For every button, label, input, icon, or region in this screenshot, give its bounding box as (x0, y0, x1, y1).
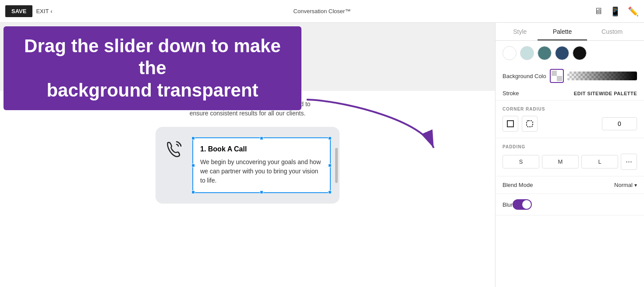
swatch-darkblue[interactable] (555, 46, 569, 60)
swatch-teal[interactable] (538, 46, 552, 60)
bg-color-row: Background Colo (495, 65, 644, 86)
swatch-lightblue[interactable] (520, 46, 534, 60)
card-body: We begin by uncovering your goals and ho… (200, 158, 323, 185)
save-button[interactable]: SAVE (5, 5, 32, 17)
tab-style[interactable]: Style (502, 23, 538, 40)
padding-more-button[interactable]: ··· (621, 154, 637, 170)
panel-tabs: Style Palette Custom (495, 23, 644, 41)
page-content: Our process is a proven approach designe… (0, 91, 495, 287)
color-swatches-row (495, 41, 644, 65)
bg-color-label: Background Colo (502, 73, 546, 79)
padding-label: PADDING (502, 144, 637, 149)
handle-tl[interactable] (191, 136, 195, 140)
tab-palette[interactable]: Palette (538, 23, 587, 40)
blur-toggle[interactable] (513, 199, 532, 210)
scrollbar[interactable] (335, 148, 338, 183)
svg-rect-5 (507, 121, 513, 127)
blend-mode-label: Blend Mode (502, 182, 533, 188)
handle-tc[interactable] (260, 136, 263, 140)
corner-round-btn[interactable] (522, 116, 538, 132)
padding-row: S M L ··· (502, 154, 637, 170)
blend-mode-value[interactable]: Normal ▾ (614, 182, 637, 188)
instruction-box: Drag the slider down to make the backgro… (4, 26, 301, 110)
svg-rect-1 (552, 71, 557, 76)
swatch-white[interactable] (502, 46, 517, 60)
handle-tr[interactable] (328, 136, 332, 140)
blur-label: Blur (502, 201, 513, 208)
swatch-black[interactable] (573, 46, 587, 60)
phone-icon (164, 137, 184, 162)
padding-s-button[interactable]: S (502, 155, 539, 169)
card-content-box[interactable]: 1. Book A Call We begin by uncovering yo… (192, 137, 331, 193)
handle-bc[interactable] (260, 190, 263, 194)
topbar: SAVE EXIT ‹ Conversation Closer™ 🖥 📱 ✏️ (0, 0, 644, 23)
page-title: Conversation Closer™ (294, 8, 351, 14)
padding-section: PADDING S M L ··· (495, 138, 644, 176)
stroke-row: Stroke EDIT SITEWIDE PALETTE (495, 86, 644, 100)
canvas-area: Drag the slider down to make the backgro… (0, 23, 495, 287)
svg-rect-6 (527, 121, 533, 127)
blur-row: Blur (495, 194, 644, 215)
card-title: 1. Book A Call (200, 145, 323, 153)
main-layout: Drag the slider down to make the backgro… (0, 23, 644, 287)
corner-radius-label: CORNER RADIUS (502, 107, 637, 111)
desktop-icon[interactable]: 🖥 (594, 6, 603, 16)
edit-icon[interactable]: ✏️ (628, 6, 639, 17)
blend-mode-row: Blend Mode Normal ▾ (495, 176, 644, 194)
padding-l-button[interactable]: L (581, 155, 618, 169)
svg-rect-4 (557, 76, 562, 81)
topbar-icons: 🖥 📱 ✏️ (594, 6, 639, 17)
corner-radius-section: CORNER RADIUS (495, 100, 644, 138)
chevron-down-icon: ▾ (634, 182, 637, 188)
toggle-thumb (522, 200, 531, 209)
corner-square-btn[interactable] (502, 116, 518, 132)
edit-sitewide-button[interactable]: EDIT SITEWIDE PALETTE (574, 91, 637, 96)
opacity-slider[interactable] (567, 72, 637, 80)
stroke-label: Stroke (502, 90, 519, 97)
instruction-text: Drag the slider down to make the backgro… (18, 35, 287, 101)
svg-rect-3 (552, 76, 557, 81)
tab-custom[interactable]: Custom (587, 23, 637, 40)
svg-rect-2 (557, 71, 562, 76)
color-picker-thumb[interactable] (550, 69, 564, 83)
handle-bl[interactable] (191, 190, 195, 194)
exit-button[interactable]: EXIT ‹ (36, 8, 52, 14)
padding-m-button[interactable]: M (542, 155, 579, 169)
handle-ml[interactable] (191, 164, 195, 167)
right-panel: Style Palette Custom Background Colo (495, 23, 644, 287)
mobile-icon[interactable]: 📱 (610, 6, 621, 17)
handle-mr[interactable] (328, 164, 332, 167)
corner-row (502, 116, 637, 132)
handle-br[interactable] (328, 190, 332, 194)
corner-radius-input[interactable] (602, 117, 637, 130)
card: 1. Book A Call We begin by uncovering yo… (156, 127, 340, 204)
